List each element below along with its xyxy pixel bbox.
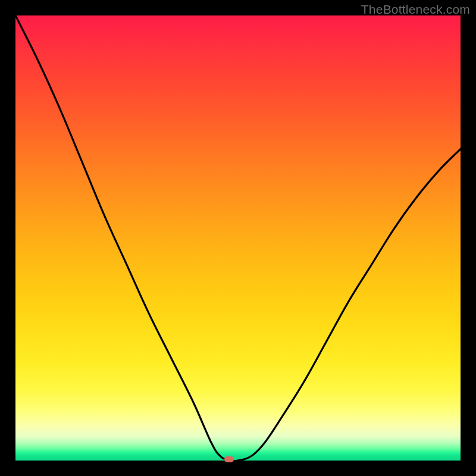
watermark-text: TheBottleneck.com bbox=[361, 2, 470, 17]
bottleneck-curve bbox=[15, 15, 461, 461]
chart-plot-area bbox=[15, 15, 461, 461]
optimal-point-marker bbox=[224, 456, 234, 462]
